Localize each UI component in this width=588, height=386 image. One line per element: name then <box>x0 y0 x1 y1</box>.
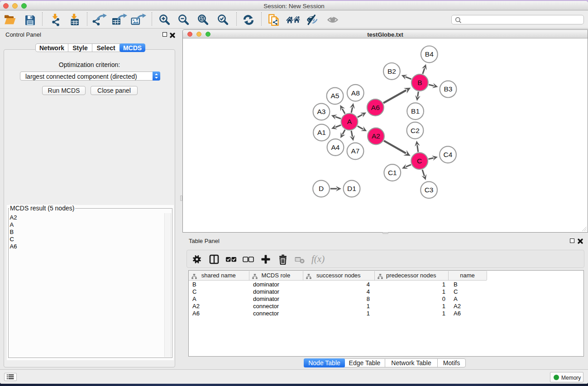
svg-text:B4: B4 <box>425 50 434 58</box>
svg-text:A8: A8 <box>351 89 360 97</box>
svg-text:C2: C2 <box>411 127 420 134</box>
svg-text:A: A <box>347 118 352 125</box>
svg-text:A1: A1 <box>317 129 326 136</box>
svg-text:A6: A6 <box>371 104 380 111</box>
svg-text:A3: A3 <box>317 108 326 115</box>
svg-text:B1: B1 <box>411 107 420 115</box>
svg-text:C4: C4 <box>444 151 453 158</box>
svg-text:B2: B2 <box>387 67 396 75</box>
svg-text:B3: B3 <box>444 85 453 93</box>
svg-text:A4: A4 <box>331 143 340 151</box>
svg-text:A5: A5 <box>331 92 339 100</box>
svg-text:A2: A2 <box>372 132 380 140</box>
svg-text:C3: C3 <box>425 186 434 194</box>
svg-text:C1: C1 <box>388 169 397 176</box>
svg-text:A7: A7 <box>351 147 360 155</box>
svg-text:C: C <box>417 157 422 165</box>
svg-text:B: B <box>417 79 422 86</box>
svg-text:D: D <box>319 185 324 192</box>
svg-text:D1: D1 <box>347 185 356 192</box>
